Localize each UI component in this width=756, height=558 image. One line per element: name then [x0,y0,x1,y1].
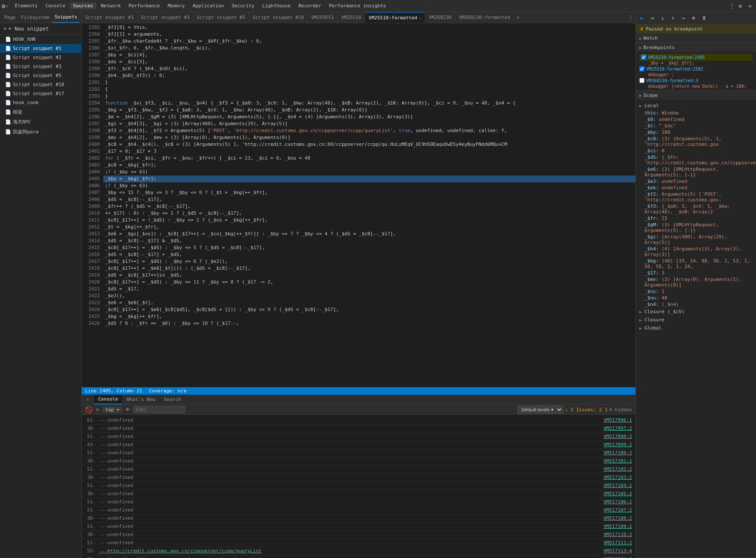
code-line-35[interactable]: _$c8[_$17++] = _$e6[_$t]()) : (_$dS = _$… [103,265,635,272]
tab-script5[interactable]: Script snippet #5 [193,12,249,23]
tab-script3[interactable]: Script snippet #3 [138,12,194,23]
scope-scopeGlobal[interactable]: ▶ Global [639,324,753,332]
sidebar-item-4[interactable]: 📄Script snippet #5 [0,71,81,80]
tab-script10[interactable]: Script snippet #10 [249,12,308,23]
code-line-40[interactable]: _$e6 = _$e6[_$t], [103,299,635,306]
code-line-24[interactable]: _$by <= 15 ? _$by <= 3 ? _$by <= 0 ? (_$… [103,189,635,196]
console-clear-btn[interactable]: 🚫 [85,406,93,413]
tab-script1[interactable]: Script snippet #1 [82,12,138,23]
code-line-42[interactable]: _$kg = _$kg[++_$fr], [103,313,635,320]
code-line-29[interactable]: _$t = _$kg[++_$fr], [103,224,635,231]
scope-item-8[interactable]: _$eJ: undefined [639,178,753,185]
sidebar-item-0[interactable]: 📄HOOK_XHR [0,35,81,44]
code-line-16[interactable]: _$mv = _$h4[2], _$mv = (3) [Array(0), Ar… [103,134,635,141]
step-out-btn[interactable]: ↑ [669,14,677,22]
console-tab-whatsnew[interactable]: What's New [122,395,159,404]
top-context-selector[interactable]: top ▾ [102,407,122,413]
sidebar-filesystem-tab[interactable]: Filesystem [19,15,52,20]
code-line-6[interactable]: _$fr._$cV ? (_$h4._$nO(_$ci), [103,65,635,72]
sidebar-item-2[interactable]: 📄Script snippet #2 [0,53,81,62]
add-snippet-btn[interactable]: + + New snippet [0,23,81,35]
pause-on-exceptions-btn[interactable]: ⏸ [700,14,708,22]
code-line-17[interactable]: _$c8 = _$h4._$c4(), _$c8 = (3) [Argument… [103,141,635,148]
console-link-15[interactable]: VM317111:2 [604,540,632,546]
nav-sources[interactable]: Sources [70,2,96,9]
code-line-13[interactable]: _$m = _$h4[2], _$gM = (3) [XMLHttpReques… [103,114,635,120]
console-link-7[interactable]: VM317103:2 [604,474,632,481]
step-btn[interactable]: → [679,14,688,22]
console-link-8[interactable]: VM317104:2 [604,482,632,489]
code-line-27[interactable]: ++_$17) : 0) : _$by <= 1 ? (_$dS = _$c8[… [103,210,635,217]
sidebar-page-tab[interactable]: Page [2,15,19,20]
code-line-5[interactable]: _$ds = _$ci[5], [103,59,635,65]
sidebar-item-8[interactable]: 📄框架 [0,107,81,117]
scope-item-13[interactable]: _$gM: (3) {XMLHttpRequest, Arguments(5),… [639,222,753,234]
console-tab-console[interactable]: Console [94,395,122,404]
scope-scopeClosure2[interactable]: ▶ Closure [639,316,753,324]
scope-item-16[interactable]: _$kg: (48) [19, 54, 88, 30, 1, 53, 1, 50… [639,258,753,270]
breakpoint-1[interactable]: VM25510:formatted:2582 [639,65,753,72]
console-filter-input[interactable] [133,406,185,413]
sidebar-item-7[interactable]: 📄hook_cook [0,98,81,107]
breakpoint-0[interactable]: VM25510:formatted:2405 [639,54,753,61]
code-line-30[interactable]: _$e6 = _$gi[_$ns]) : _$c8[_$17++] = _$cx… [103,231,635,237]
console-link-9[interactable]: VM317105:2 [604,490,632,497]
console-link-5[interactable]: VM317101:2 [604,458,632,465]
sidebar-item-5[interactable]: 📄Script snippet #10 [0,80,81,89]
bp-checkbox-0[interactable] [641,55,646,60]
deactivate-breakpoints-btn[interactable]: ⊗ [689,14,698,22]
code-line-4[interactable]: _$by = _$ci[4], [103,52,635,59]
console-link-14[interactable]: VM317110:2 [604,531,632,538]
console-link-10[interactable]: VM317106:2 [604,499,632,506]
tab-overflow-btn[interactable]: » [514,13,522,22]
console-eye-icon[interactable]: 👁 [125,407,130,413]
sidebar-item-1[interactable]: 📄Script snippet #1 [0,44,81,53]
code-line-11[interactable]: function _$x(_$f3, _$ci, _$nu, _$n4) { _… [103,100,635,107]
scope-item-6[interactable]: _$dS: {_$fn: 'http://credit.customs.gov.… [639,154,753,166]
tab-vm25510[interactable]: VM25510 [338,12,365,23]
code-line-23[interactable]: if (_$by <= 63) [103,182,635,189]
console-link-6[interactable]: VM317102:2 [604,466,632,473]
code-line-1[interactable]: _$fJ[1] = arguments, [103,31,635,38]
console-link-0[interactable]: VM317096:1 [604,417,632,424]
scope-item-17[interactable]: _$17: 3 [639,270,753,276]
close-tab-btn[interactable]: ✕ [419,15,421,20]
breakpoints-header[interactable]: ▶ Breakpoints [636,43,756,52]
watch-header[interactable]: ▶ Watch [636,34,756,43]
scope-item-20[interactable]: _$nu: 48 [639,295,753,301]
code-line-31[interactable]: _$dS = _$c8[--_$17] & _$dS, [103,237,635,244]
code-line-2[interactable]: _$fr._$kw.charCodeAt ? _$fr._$kw = _$kP(… [103,38,635,45]
console-link-4[interactable]: VM317100:2 [604,450,632,456]
tab-vm25510formatted[interactable]: VM25510:formatted ✕ [365,12,425,23]
nav-performance[interactable]: Performance [125,2,164,9]
code-line-32[interactable]: _$c8[_$17++] = _$dS) : _$by <= 5 ? (_$dS… [103,244,635,251]
scope-item-15[interactable]: _$h4: (4) [Arguments(3), Array(3), Array… [639,246,753,258]
breakpoint-2[interactable]: VM268230:formatted:3 [639,77,753,84]
console-url-16[interactable]: ---http://credit.customs.gov.cn/ccppserv… [99,548,600,555]
bp-checkbox-2[interactable] [639,78,644,83]
nav-application[interactable]: Application [189,2,227,9]
step-into-btn[interactable]: ↓ [658,14,667,22]
code-line-7[interactable]: _$h4._$nO(_$f3)) : 0; [103,72,635,79]
settings-icon[interactable]: ⚙ [736,2,744,10]
scope-item-21[interactable]: _$n4: (_$n4) [639,301,753,308]
code-line-21[interactable]: if (_$by <= 63) [103,169,635,176]
scope-local-header[interactable]: ▶ Local [639,102,753,110]
scope-item-11[interactable]: _$f3: {_$a0: 3, _$cV: 1, _$kw: Array(48)… [639,203,753,215]
console-link-13[interactable]: VM317109:2 [604,523,632,530]
sidebar-item-6[interactable]: 📄Script snippet #17 [0,89,81,98]
scope-item-5[interactable]: _$ci: 0 [639,148,753,154]
console-link-16[interactable]: VM317113:4 [604,548,632,555]
scope-item-9[interactable]: _$ek: undefined [639,185,753,191]
code-line-28[interactable]: _$c8[_$17++] = !_$dS) : _$by <= 2 ? (_$n… [103,217,635,224]
dock-icon[interactable]: ⋮ [729,3,734,9]
code-line-20[interactable]: _$c8 = _$kg[_$fr]; [103,162,635,169]
console-link-1[interactable]: VM317097:2 [604,425,632,432]
console-link-2[interactable]: VM317098:2 [604,433,632,440]
code-line-14[interactable]: _$gi = _$h4[3], _$gi = (3) [Array(480), … [103,120,635,127]
scope-item-4[interactable]: _$c8: (3) {Arguments(5), 1, 'http://cred… [639,136,753,148]
scope-item-10[interactable]: _$f2: Arguments(5) ['POST', 'http://cred… [639,191,753,203]
code-line-38[interactable]: _$dS = _$17, [103,286,635,293]
console-close-btn[interactable]: ✕ [82,397,94,402]
resume-btn[interactable]: ▶ [638,14,646,22]
